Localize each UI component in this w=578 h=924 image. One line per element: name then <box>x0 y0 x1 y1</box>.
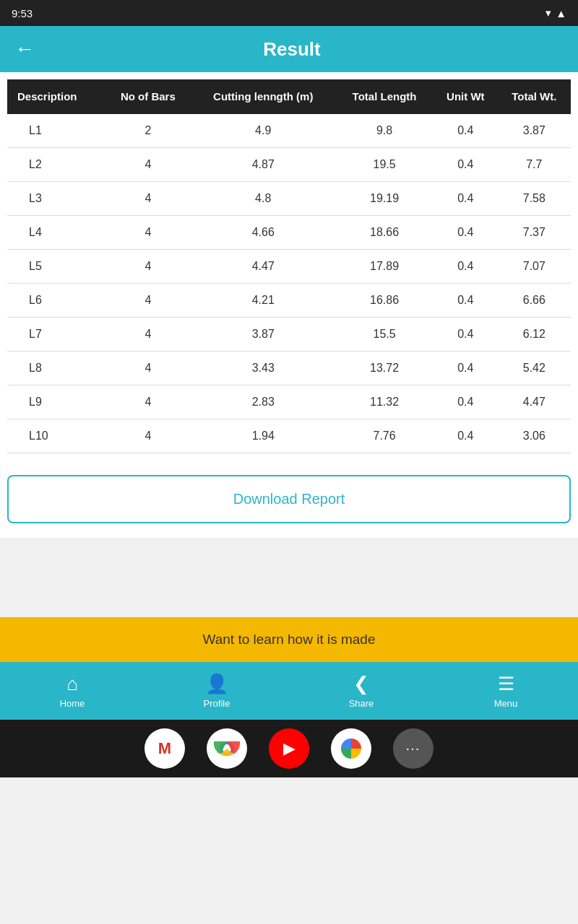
table-header-row: Description No of Bars Cutting lenngth (… <box>7 79 571 114</box>
nav-label-profile: Profile <box>204 698 230 709</box>
cell-total-wt: 7.07 <box>498 249 571 283</box>
cell-total-length: 11.32 <box>335 385 434 419</box>
cell-cutting-length: 4.8 <box>191 181 335 215</box>
cell-no-bars: 4 <box>105 317 191 351</box>
table-row: L4 4 4.66 18.66 0.4 7.37 <box>7 215 571 249</box>
app-dock: M ▶ ⋯ <box>0 720 578 777</box>
youtube-app-icon[interactable]: ▶ <box>269 728 309 769</box>
cell-no-bars: 2 <box>105 114 191 148</box>
cell-total-wt: 6.12 <box>498 317 571 351</box>
more-apps-icon[interactable]: ⋯ <box>393 728 434 769</box>
cell-description: L8 <box>7 351 105 385</box>
table-row: L1 2 4.9 9.8 0.4 3.87 <box>7 114 571 148</box>
cell-cutting-length: 4.47 <box>191 249 335 283</box>
cell-unit-wt: 0.4 <box>434 419 498 453</box>
menu-icon: ☰ <box>498 673 514 695</box>
cell-cutting-length: 4.21 <box>191 283 335 317</box>
cell-total-wt: 4.47 <box>498 385 571 419</box>
cell-total-wt: 7.37 <box>498 215 571 249</box>
content-spacer <box>0 538 578 617</box>
chrome-app-icon[interactable] <box>207 728 247 769</box>
main-content: Description No of Bars Cutting lenngth (… <box>0 72 578 461</box>
nav-label-menu: Menu <box>494 698 518 709</box>
wifi-icon: ▾ <box>545 6 551 19</box>
cell-cutting-length: 3.87 <box>191 317 335 351</box>
cell-no-bars: 4 <box>105 181 191 215</box>
cell-total-length: 15.5 <box>335 317 434 351</box>
cell-cutting-length: 4.9 <box>191 114 335 148</box>
cell-description: L2 <box>7 147 105 181</box>
nav-item-share[interactable]: ❮ Share <box>289 673 434 709</box>
cell-no-bars: 4 <box>105 147 191 181</box>
nav-item-menu[interactable]: ☰ Menu <box>434 673 578 709</box>
table-row: L7 4 3.87 15.5 0.4 6.12 <box>7 317 571 351</box>
download-report-button[interactable]: Download Report <box>7 475 571 523</box>
col-total-length: Total Length <box>335 79 434 114</box>
cell-total-wt: 3.06 <box>498 419 571 453</box>
cell-total-length: 7.76 <box>335 419 434 453</box>
cell-unit-wt: 0.4 <box>434 385 498 419</box>
home-icon: ⌂ <box>66 673 78 695</box>
cell-total-length: 19.5 <box>335 147 434 181</box>
table-row: L6 4 4.21 16.86 0.4 6.66 <box>7 283 571 317</box>
cell-no-bars: 4 <box>105 351 191 385</box>
signal-icon: ▲ <box>556 7 566 19</box>
table-row: L9 4 2.83 11.32 0.4 4.47 <box>7 385 571 419</box>
nav-label-share: Share <box>349 698 374 709</box>
back-button[interactable]: ← <box>14 38 35 61</box>
col-unit-wt: Unit Wt <box>434 79 498 114</box>
col-description: Description <box>7 79 105 114</box>
page-title: Result <box>49 38 535 61</box>
cell-cutting-length: 1.94 <box>191 419 335 453</box>
table-row: L2 4 4.87 19.5 0.4 7.7 <box>7 147 571 181</box>
learn-banner[interactable]: Want to learn how it is made <box>0 617 578 662</box>
cell-cutting-length: 4.87 <box>191 147 335 181</box>
cell-unit-wt: 0.4 <box>434 317 498 351</box>
cell-unit-wt: 0.4 <box>434 249 498 283</box>
cell-description: L10 <box>7 419 105 453</box>
cell-no-bars: 4 <box>105 385 191 419</box>
cell-no-bars: 4 <box>105 283 191 317</box>
cell-unit-wt: 0.4 <box>434 351 498 385</box>
download-section: Download Report <box>0 461 578 538</box>
table-row: L10 4 1.94 7.76 0.4 3.06 <box>7 419 571 453</box>
cell-no-bars: 4 <box>105 249 191 283</box>
cell-unit-wt: 0.4 <box>434 181 498 215</box>
col-no-bars: No of Bars <box>105 79 191 114</box>
cell-description: L7 <box>7 317 105 351</box>
cell-total-length: 18.66 <box>335 215 434 249</box>
cell-total-length: 16.86 <box>335 283 434 317</box>
status-bar: 9:53 ▾ ▲ <box>0 0 578 26</box>
cell-cutting-length: 4.66 <box>191 215 335 249</box>
bottom-nav: ⌂ Home 👤 Profile ❮ Share ☰ Menu <box>0 662 578 720</box>
share-icon: ❮ <box>353 673 369 695</box>
cell-total-wt: 7.7 <box>498 147 571 181</box>
cell-total-length: 13.72 <box>335 351 434 385</box>
cell-unit-wt: 0.4 <box>434 114 498 148</box>
nav-item-home[interactable]: ⌂ Home <box>0 673 144 709</box>
cell-total-wt: 7.58 <box>498 181 571 215</box>
status-icons: ▾ ▲ <box>545 6 566 19</box>
cell-description: L1 <box>7 114 105 148</box>
cell-cutting-length: 3.43 <box>191 351 335 385</box>
cell-description: L6 <box>7 283 105 317</box>
nav-item-profile[interactable]: 👤 Profile <box>144 673 289 709</box>
time: 9:53 <box>12 7 33 19</box>
cell-unit-wt: 0.4 <box>434 283 498 317</box>
cell-description: L4 <box>7 215 105 249</box>
photos-app-icon[interactable] <box>331 728 371 769</box>
result-table: Description No of Bars Cutting lenngth (… <box>7 79 571 453</box>
cell-no-bars: 4 <box>105 215 191 249</box>
header: ← Result <box>0 26 578 72</box>
table-row: L8 4 3.43 13.72 0.4 5.42 <box>7 351 571 385</box>
cell-total-length: 19.19 <box>335 181 434 215</box>
cell-unit-wt: 0.4 <box>434 147 498 181</box>
col-cutting-length: Cutting lenngth (m) <box>191 79 335 114</box>
table-row: L3 4 4.8 19.19 0.4 7.58 <box>7 181 571 215</box>
nav-label-home: Home <box>60 698 85 709</box>
cell-description: L9 <box>7 385 105 419</box>
cell-no-bars: 4 <box>105 419 191 453</box>
col-total-wt: Total Wt. <box>498 79 571 114</box>
gmail-app-icon[interactable]: M <box>144 728 185 769</box>
cell-cutting-length: 2.83 <box>191 385 335 419</box>
